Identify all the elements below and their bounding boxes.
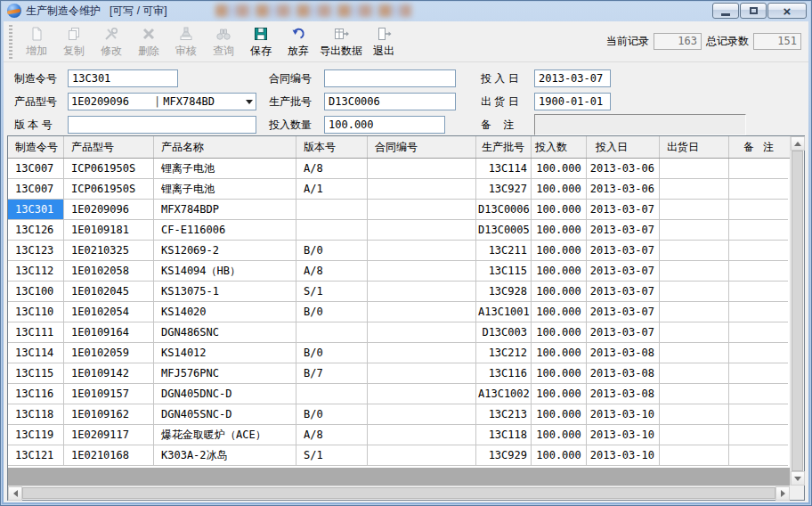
grid-cell[interactable]: MFX784BDP (154, 200, 296, 220)
grid-cell[interactable]: 13C126 (8, 220, 64, 241)
grid-row[interactable]: 13C111 1E0109164 DGN486SNC D13C003 100.0… (8, 322, 790, 343)
quantity-input[interactable] (324, 116, 445, 134)
ship-date-input[interactable] (534, 93, 611, 110)
grid-cell[interactable]: 2013-03-07 (587, 282, 660, 302)
add-button[interactable]: 增加 (18, 22, 55, 61)
grid-cell[interactable]: 2013-03-10 (587, 404, 660, 425)
grid-cell[interactable] (660, 343, 729, 363)
grid-cell[interactable] (368, 220, 476, 241)
grid-row[interactable]: 13C126 1E0109181 CF-E116006 D13C0005 100… (8, 220, 790, 241)
grid-cell[interactable] (729, 302, 788, 322)
col-header-name[interactable]: 产品名称 (154, 136, 296, 158)
grid-cell[interactable]: 100.000 (532, 322, 587, 343)
mfg-order-input[interactable] (68, 69, 178, 87)
grid-cell[interactable] (660, 282, 729, 302)
grid-cell[interactable]: 1E0102054 (64, 302, 154, 322)
chevron-down-icon[interactable] (246, 100, 253, 108)
grid-cell[interactable]: 100.000 (532, 261, 587, 282)
grid-cell[interactable]: 13C007 (8, 159, 64, 179)
grid-cell[interactable]: 1E0109164 (64, 322, 154, 343)
grid-cell[interactable]: 2013-03-07 (587, 200, 660, 220)
grid-cell[interactable] (660, 445, 729, 466)
grid-cell[interactable]: 2013-03-08 (587, 384, 660, 404)
grid-cell[interactable]: 1E0102045 (64, 282, 154, 302)
grid-cell[interactable]: 1E0209096 (64, 200, 154, 220)
contract-input[interactable] (324, 69, 456, 87)
grid-cell[interactable]: 2013-03-08 (587, 343, 660, 363)
grid-cell[interactable]: 13C927 (476, 179, 532, 200)
grid-cell[interactable]: D13C0006 (476, 200, 532, 220)
grid-cell[interactable]: A/8 (296, 159, 368, 179)
grid-cell[interactable]: 1E0209117 (64, 425, 154, 445)
grid-cell[interactable]: 13C114 (8, 343, 64, 363)
grid-cell[interactable]: K303A-2冰岛 (154, 445, 296, 466)
grid-cell[interactable]: 100.000 (532, 384, 587, 404)
grid-cell[interactable]: KS13075-1 (154, 282, 296, 302)
grid-cell[interactable] (368, 363, 476, 384)
grid-cell[interactable]: 1E0102059 (64, 343, 154, 363)
grid-cell[interactable] (660, 322, 729, 343)
grid-cell[interactable]: B/0 (296, 343, 368, 363)
col-header-version[interactable]: 版本号 (296, 136, 368, 158)
grid-cell[interactable]: S/1 (296, 282, 368, 302)
grid-cell[interactable] (660, 384, 729, 404)
grid-cell[interactable]: A/8 (296, 261, 368, 282)
grid-row[interactable]: 13C123 1E0210325 KS12069-2 B/0 13C211 10… (8, 241, 790, 261)
export-data-button[interactable]: 导出数据 (317, 22, 365, 61)
grid-cell[interactable]: 2013-03-07 (587, 241, 660, 261)
grid-cell[interactable]: A13C1001 (476, 302, 532, 322)
grid-row[interactable]: 13C119 1E0209117 爆花金取暖炉（ACE） A/8 13C118 … (8, 425, 790, 445)
abandon-button[interactable]: 放弃 (280, 22, 317, 61)
scroll-up-button[interactable] (791, 136, 805, 151)
grid-cell[interactable]: ICP061950S (64, 179, 154, 200)
grid-cell[interactable]: 13C115 (476, 261, 532, 282)
grid-cell[interactable] (660, 179, 729, 200)
grid-cell[interactable] (729, 282, 788, 302)
grid-cell[interactable] (729, 363, 788, 384)
grid-cell[interactable]: A/1 (296, 179, 368, 200)
grid-cell[interactable]: 2013-03-08 (587, 363, 660, 384)
vertical-scrollbar-thumb[interactable] (792, 151, 803, 471)
grid-cell[interactable]: A13C1002 (476, 384, 532, 404)
grid-cell[interactable]: 锂离子电池 (154, 179, 296, 200)
grid-cell[interactable]: 13C116 (8, 384, 64, 404)
grid-cell[interactable]: 13C100 (8, 282, 64, 302)
grid-cell[interactable] (660, 220, 729, 241)
grid-cell[interactable]: 1E0109162 (64, 404, 154, 425)
grid-cell[interactable] (729, 200, 788, 220)
grid-cell[interactable] (729, 179, 788, 200)
grid-cell[interactable]: 2013-03-07 (587, 220, 660, 241)
scroll-left-button[interactable] (8, 486, 22, 501)
grid-cell[interactable]: 13C929 (476, 445, 532, 466)
grid-cell[interactable]: 100.000 (532, 241, 587, 261)
grid-cell[interactable]: 100.000 (532, 302, 587, 322)
col-header-ship-date[interactable]: 出货日 (660, 136, 729, 158)
grid-cell[interactable]: CF-E116006 (154, 220, 296, 241)
grid-cell[interactable] (368, 425, 476, 445)
grid-cell[interactable] (368, 384, 476, 404)
grid-cell[interactable] (368, 261, 476, 282)
grid-cell[interactable] (729, 384, 788, 404)
grid-cell[interactable]: S/1 (296, 445, 368, 466)
vertical-scrollbar[interactable] (790, 136, 804, 486)
grid-row[interactable]: 13C118 1E0109162 DGN405SNC-D B/0 13C213 … (8, 404, 790, 425)
grid-cell[interactable] (729, 159, 788, 179)
col-header-mfg-order[interactable]: 制造令号 (8, 136, 64, 158)
grid-cell[interactable] (729, 404, 788, 425)
grid-cell[interactable]: A/8 (296, 425, 368, 445)
grid-cell[interactable] (296, 200, 368, 220)
grid-cell[interactable]: 100.000 (532, 445, 587, 466)
col-header-batch[interactable]: 生产批号 (476, 136, 532, 158)
grid-cell[interactable] (660, 159, 729, 179)
grid-cell[interactable] (368, 404, 476, 425)
copy-button[interactable]: 复制 (55, 22, 93, 61)
grid-cell[interactable] (729, 241, 788, 261)
grid-cell[interactable]: 13C119 (8, 425, 64, 445)
minimize-button[interactable] (712, 3, 739, 19)
grid-cell[interactable] (368, 200, 476, 220)
col-header-remark[interactable]: 备 注 (729, 136, 788, 158)
grid-cell[interactable]: 2013-03-07 (587, 261, 660, 282)
scroll-down-button[interactable] (791, 471, 805, 486)
remark-input[interactable] (534, 114, 746, 135)
grid-cell[interactable]: 2013-03-07 (587, 302, 660, 322)
